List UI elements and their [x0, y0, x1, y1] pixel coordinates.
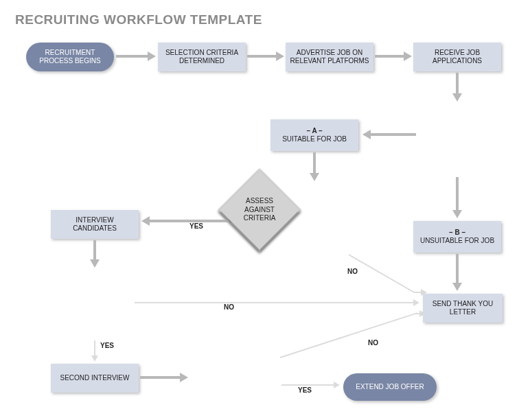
node-thanks-label: SEND THANK YOU LETTER: [426, 300, 500, 317]
node-category-b-top: – B –: [449, 229, 465, 237]
label-assess1-yes: YES: [189, 222, 203, 230]
node-start-label: RECRUITMENT PROCESS BEGINS: [29, 49, 111, 66]
arrow-start-to-selection: [116, 55, 149, 58]
label-assess2-yes: YES: [100, 342, 114, 349]
arrow-assess3-no-end: [415, 313, 421, 314]
node-receive-label: RECEIVE JOB APPLICATIONS: [416, 49, 498, 66]
label-assess3-no: NO: [368, 339, 378, 347]
node-second-interview-label: SECOND INTERVIEW: [60, 374, 130, 383]
arrow-categorize-to-b: [456, 177, 459, 211]
node-start: RECRUITMENT PROCESS BEGINS: [26, 43, 114, 71]
node-assess3-label: ASSESS AGAINST CRITERIA: [222, 197, 297, 223]
node-advertise-label: ADVERTISE JOB ON RELEVANT PLATFORMS: [288, 49, 371, 66]
node-extend-offer-label: EXTEND JOB OFFER: [356, 383, 424, 392]
node-selection-label: SELECTION CRITERIA DETERMINED: [161, 49, 243, 66]
node-second-interview: SECOND INTERVIEW: [51, 364, 139, 393]
node-selection: SELECTION CRITERIA DETERMINED: [158, 43, 246, 71]
arrow-assess2-yes: [94, 340, 95, 357]
arrow-selection-to-advertise: [247, 55, 277, 58]
node-interview: INTERVIEW CANDIDATES: [51, 210, 139, 239]
node-category-a: – A – SUITABLE FOR JOB: [270, 119, 358, 151]
arrow-interview-to-assess2: [93, 240, 96, 261]
label-assess3-yes: YES: [298, 386, 312, 394]
label-assess2-no: NO: [224, 303, 234, 311]
node-category-a-label: SUITABLE FOR JOB: [282, 135, 347, 144]
arrow-receive-to-categorize: [456, 73, 459, 95]
arrow-assess2-no: [135, 302, 415, 303]
arrow-b-to-thanks: [456, 254, 459, 284]
node-category-b: – B – UNSUITABLE FOR JOB: [413, 221, 501, 253]
arrow-categorize-to-a: [369, 133, 416, 136]
node-extend-offer: EXTEND JOB OFFER: [343, 373, 437, 401]
page-title: RECRUITING WORKFLOW TEMPLATE: [15, 12, 262, 27]
label-assess1-no: NO: [347, 268, 358, 275]
node-interview-label: INTERVIEW CANDIDATES: [54, 216, 136, 233]
arrow-assess3-no: [280, 312, 417, 358]
node-advertise: ADVERTISE JOB ON RELEVANT PLATFORMS: [286, 43, 373, 71]
node-receive: RECEIVE JOB APPLICATIONS: [413, 43, 501, 71]
arrow-assess3-yes: [281, 384, 335, 386]
arrow-second-to-assess3: [140, 376, 181, 379]
arrow-assess1-no: [349, 254, 415, 293]
node-category-b-label: UNSUITABLE FOR JOB: [420, 237, 494, 246]
node-thanks: SEND THANK YOU LETTER: [423, 294, 503, 323]
arrow-advertise-to-receive: [375, 55, 405, 58]
node-category-a-top: – A –: [306, 127, 322, 136]
arrow-a-to-assess1: [313, 152, 316, 174]
arrow-assess1-no-end: [414, 292, 422, 293]
